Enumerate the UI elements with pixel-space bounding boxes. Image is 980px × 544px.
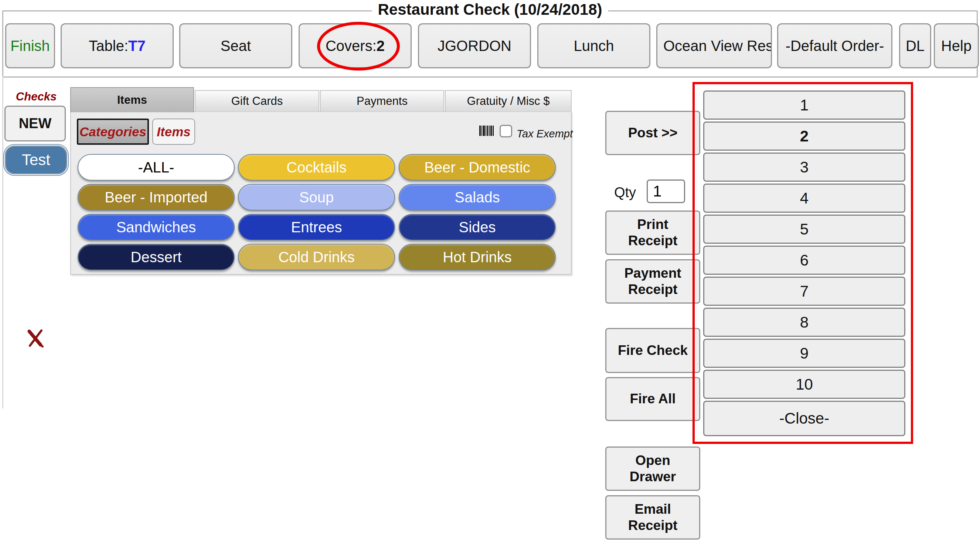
fire-all-button[interactable]: Fire All bbox=[605, 377, 700, 421]
numpad-label: 8 bbox=[800, 314, 808, 331]
view-items-label: Items bbox=[157, 124, 190, 139]
print-receipt-label: Print Receipt bbox=[614, 216, 692, 249]
x-mark-icon bbox=[27, 328, 46, 349]
dl-button-label: DL bbox=[906, 38, 924, 54]
category-all[interactable]: -ALL- bbox=[78, 154, 235, 181]
category-label: Hot Drinks bbox=[443, 249, 512, 265]
category-label: Soup bbox=[299, 189, 334, 206]
email-receipt-button[interactable]: Email Receipt bbox=[605, 495, 700, 539]
category-soup[interactable]: Soup bbox=[238, 184, 395, 211]
numpad-label: 6 bbox=[800, 252, 808, 269]
numpad-label: -Close- bbox=[780, 409, 829, 427]
numpad-close-button[interactable]: -Close- bbox=[703, 401, 905, 436]
covers-button-prefix: Covers: bbox=[326, 38, 377, 54]
numpad-button-9[interactable]: 9 bbox=[703, 339, 905, 368]
numpad-button-7[interactable]: 7 bbox=[703, 277, 905, 306]
view-categories-button[interactable]: Categories bbox=[77, 119, 149, 145]
category-label: Beer - Imported bbox=[105, 189, 208, 206]
meal-period-button[interactable]: Lunch bbox=[537, 23, 651, 68]
tab-gratuity-misc[interactable]: Gratuity / Misc $ bbox=[445, 90, 572, 111]
category-cold-drinks[interactable]: Cold Drinks bbox=[238, 244, 395, 270]
check-button-label: Test bbox=[22, 151, 50, 169]
category-label: Cold Drinks bbox=[278, 249, 355, 265]
tax-exempt-label: Tax Exempt bbox=[517, 128, 573, 140]
tab-gratuity-misc-label: Gratuity / Misc $ bbox=[467, 95, 550, 108]
numpad-label: 10 bbox=[795, 376, 813, 393]
numpad-button-8[interactable]: 8 bbox=[703, 308, 905, 337]
print-receipt-button[interactable]: Print Receipt bbox=[605, 211, 700, 255]
numpad-label: 2 bbox=[800, 127, 808, 145]
category-label: Salads bbox=[455, 189, 500, 206]
numpad-button-2[interactable]: 2 bbox=[703, 122, 905, 151]
category-salads[interactable]: Salads bbox=[399, 184, 556, 211]
category-label: Entrees bbox=[291, 219, 342, 236]
tab-items[interactable]: Items bbox=[70, 87, 194, 112]
numpad-button-5[interactable]: 5 bbox=[703, 214, 905, 244]
category-label: Cocktails bbox=[286, 159, 346, 176]
category-beer-domestic[interactable]: Beer - Domestic bbox=[399, 154, 556, 181]
category-sandwiches[interactable]: Sandwiches bbox=[78, 214, 235, 240]
view-categories-label: Categories bbox=[80, 124, 146, 139]
qty-input[interactable] bbox=[647, 179, 685, 203]
tab-items-label: Items bbox=[117, 94, 147, 107]
check-button-test[interactable]: Test bbox=[5, 146, 67, 174]
post-button-label: Post >> bbox=[628, 125, 678, 141]
covers-count: 2 bbox=[377, 38, 385, 54]
fire-check-button[interactable]: Fire Check bbox=[605, 328, 700, 373]
server-button[interactable]: JGORDON bbox=[418, 23, 531, 68]
category-sides[interactable]: Sides bbox=[399, 214, 556, 240]
meal-period-label: Lunch bbox=[574, 38, 614, 54]
category-beer-imported[interactable]: Beer - Imported bbox=[78, 184, 235, 211]
open-drawer-button[interactable]: Open Drawer bbox=[605, 447, 700, 491]
category-label: Sandwiches bbox=[116, 219, 196, 236]
barcode-icon[interactable] bbox=[479, 125, 494, 136]
view-items-button[interactable]: Items bbox=[152, 119, 195, 145]
restaurant-button[interactable]: Ocean View Resta bbox=[656, 23, 772, 68]
help-button-label: Help bbox=[941, 38, 972, 54]
covers-button[interactable]: Covers: 2 bbox=[299, 23, 412, 68]
tab-gift-cards[interactable]: Gift Cards bbox=[195, 90, 319, 111]
numpad-label: 9 bbox=[800, 344, 808, 362]
tab-payments-label: Payments bbox=[356, 95, 407, 108]
new-check-button-label: NEW bbox=[19, 116, 52, 132]
category-label: Dessert bbox=[131, 249, 182, 265]
category-dessert[interactable]: Dessert bbox=[78, 244, 235, 270]
default-order-button[interactable]: -Default Order- bbox=[777, 23, 892, 68]
restaurant-check-screen: Restaurant Check (10/24/2018) Finish Tab… bbox=[0, 0, 980, 544]
numpad-label: 4 bbox=[800, 189, 808, 207]
category-cocktails[interactable]: Cocktails bbox=[238, 154, 395, 181]
finish-button-label: Finish bbox=[10, 38, 50, 54]
default-order-label: -Default Order- bbox=[786, 38, 884, 54]
post-button[interactable]: Post >> bbox=[605, 111, 700, 155]
dl-button[interactable]: DL bbox=[899, 23, 931, 68]
table-button-prefix: Table: bbox=[89, 38, 128, 54]
numpad-button-1[interactable]: 1 bbox=[703, 90, 905, 120]
payment-receipt-button[interactable]: Payment Receipt bbox=[605, 259, 700, 304]
finish-button[interactable]: Finish bbox=[5, 23, 55, 68]
numpad-label: 5 bbox=[800, 220, 808, 238]
numpad-button-6[interactable]: 6 bbox=[703, 246, 905, 275]
page-title: Restaurant Check (10/24/2018) bbox=[372, 1, 608, 19]
open-drawer-label: Open Drawer bbox=[614, 452, 692, 485]
fire-all-label: Fire All bbox=[630, 391, 676, 407]
new-check-button[interactable]: NEW bbox=[5, 106, 66, 141]
tax-exempt-checkbox[interactable] bbox=[500, 125, 512, 137]
category-label: Beer - Domestic bbox=[424, 159, 530, 176]
seat-button-label: Seat bbox=[221, 38, 251, 54]
checks-heading: Checks bbox=[5, 90, 68, 103]
tab-payments[interactable]: Payments bbox=[320, 90, 444, 111]
numpad-button-10[interactable]: 10 bbox=[703, 370, 905, 399]
numpad-button-3[interactable]: 3 bbox=[703, 152, 905, 182]
tab-gift-cards-label: Gift Cards bbox=[231, 95, 283, 108]
left-border-line bbox=[2, 76, 3, 408]
help-button[interactable]: Help bbox=[934, 23, 979, 68]
email-receipt-label: Email Receipt bbox=[614, 501, 692, 534]
numpad-button-4[interactable]: 4 bbox=[703, 184, 905, 213]
category-entrees[interactable]: Entrees bbox=[238, 214, 395, 240]
category-hot-drinks[interactable]: Hot Drinks bbox=[399, 244, 556, 270]
category-label: -ALL- bbox=[138, 159, 174, 176]
restaurant-name-label: Ocean View Resta bbox=[663, 38, 772, 54]
seat-button[interactable]: Seat bbox=[179, 23, 292, 68]
numpad-label: 1 bbox=[800, 97, 808, 114]
table-button[interactable]: Table: T7 bbox=[60, 23, 174, 68]
